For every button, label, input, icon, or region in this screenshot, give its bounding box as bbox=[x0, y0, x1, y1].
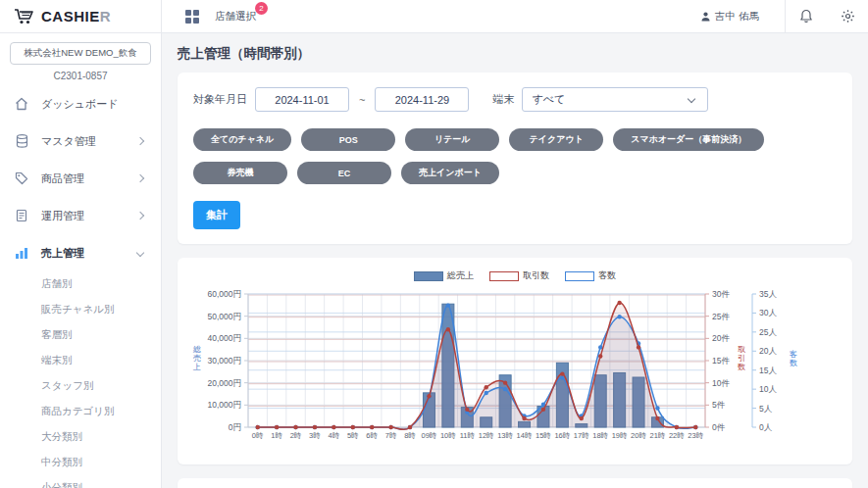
svg-text:13時: 13時 bbox=[497, 431, 513, 440]
home-icon bbox=[14, 97, 29, 111]
channel-button[interactable]: EC bbox=[297, 162, 391, 184]
svg-text:30,000円: 30,000円 bbox=[208, 356, 242, 366]
chevron-right-icon bbox=[136, 137, 144, 145]
sidebar-subitem[interactable]: 客層別 bbox=[0, 322, 161, 348]
store-select-label: 店舗選択 bbox=[215, 10, 256, 22]
sidebar-item-dashboard[interactable]: ダッシュボード bbox=[0, 85, 161, 122]
sidebar-item-products[interactable]: 商品管理 bbox=[0, 160, 161, 197]
legend-entry: 総売上 bbox=[414, 269, 474, 282]
topbar: 店舗選択 2 吉中 佑馬 bbox=[162, 0, 868, 33]
filter-panel: 対象年月日 ~ 端末 すべて 全てのチャネルPOSリテールテイクアウトスマホオー… bbox=[178, 73, 852, 244]
company-code: C2301-0857 bbox=[0, 71, 161, 81]
channel-filter-group: 全てのチャネルPOSリテールテイクアウトスマホオーダー（事前決済）券売機EC売上… bbox=[193, 128, 837, 184]
svg-text:7時: 7時 bbox=[385, 431, 397, 440]
svg-text:1時: 1時 bbox=[271, 431, 282, 440]
user-menu[interactable]: 吉中 佑馬 bbox=[701, 10, 785, 24]
svg-text:0件: 0件 bbox=[712, 422, 726, 432]
sidebar-nav: ダッシュボード マスタ管理 商品管理 運 bbox=[0, 85, 161, 488]
sidebar-item-master[interactable]: マスタ管理 bbox=[0, 122, 161, 160]
sidebar-subitem[interactable]: 店舗別 bbox=[0, 271, 161, 297]
app-root: CASHIER 株式会社NEW DEMO_飲食 C2301-0857 ダッシュボ… bbox=[0, 0, 868, 488]
channel-button[interactable]: 券売機 bbox=[193, 162, 287, 184]
svg-text:23時: 23時 bbox=[688, 431, 703, 440]
date-range-separator: ~ bbox=[359, 94, 365, 106]
svg-text:40,000円: 40,000円 bbox=[208, 333, 242, 343]
sidebar-item-sales[interactable]: 売上管理 bbox=[0, 234, 161, 271]
chevron-down-icon bbox=[688, 95, 695, 103]
svg-text:10人: 10人 bbox=[759, 384, 777, 394]
chart-legend: 総売上取引数客数 bbox=[185, 269, 844, 282]
chevron-down-icon bbox=[136, 249, 144, 257]
svg-text:20,000円: 20,000円 bbox=[208, 378, 242, 388]
main-content: 売上管理（時間帯別） 対象年月日 ~ 端末 すべて 全てのチャネルPOSリテール… bbox=[162, 33, 868, 488]
svg-text:20時: 20時 bbox=[631, 431, 646, 440]
legend-entry: 取引数 bbox=[489, 269, 549, 282]
channel-button[interactable]: テイクアウト bbox=[509, 128, 603, 151]
sidebar-subitem[interactable]: 大分類別 bbox=[0, 424, 161, 450]
svg-text:0円: 0円 bbox=[229, 422, 241, 432]
apps-grid-icon[interactable] bbox=[185, 10, 199, 24]
sidebar-item-label: 商品管理 bbox=[41, 171, 126, 186]
legend-swatch bbox=[489, 271, 519, 281]
settings-button[interactable] bbox=[827, 0, 868, 32]
user-name: 吉中 佑馬 bbox=[715, 10, 759, 24]
svg-text:12時: 12時 bbox=[479, 431, 494, 440]
user-icon bbox=[701, 12, 710, 22]
legend-swatch bbox=[565, 271, 594, 281]
notifications-button[interactable] bbox=[786, 0, 827, 32]
sidebar-item-label: 売上管理 bbox=[41, 246, 126, 261]
terminal-select-value: すべて bbox=[532, 92, 565, 107]
legend-label: 総売上 bbox=[447, 269, 474, 282]
svg-text:15件: 15件 bbox=[712, 356, 730, 366]
sidebar-subitem[interactable]: 販売チャネル別 bbox=[0, 297, 161, 322]
company-name-box: 株式会社NEW DEMO_飲食 bbox=[10, 42, 151, 65]
channel-button[interactable]: POS bbox=[301, 128, 395, 151]
chevron-right-icon bbox=[136, 212, 144, 220]
channel-button[interactable]: スマホオーダー（事前決済） bbox=[613, 128, 764, 151]
svg-text:15時: 15時 bbox=[536, 431, 551, 440]
document-icon bbox=[14, 209, 29, 222]
channel-button[interactable]: 売上インポート bbox=[401, 162, 499, 184]
svg-text:20人: 20人 bbox=[759, 346, 777, 356]
database-icon bbox=[14, 134, 29, 148]
svg-text:09時: 09時 bbox=[422, 431, 437, 440]
chart-panel: 総売上取引数客数 0円10,000円20,000円30,000円40,000円5… bbox=[178, 258, 852, 464]
date-range-label: 対象年月日 bbox=[193, 92, 247, 107]
aggregate-button[interactable]: 集計 bbox=[193, 201, 240, 229]
sidebar-subitem[interactable]: 商品カテゴリ別 bbox=[0, 399, 161, 424]
terminal-select[interactable]: すべて bbox=[522, 87, 708, 112]
sidebar-item-operations[interactable]: 運用管理 bbox=[0, 197, 161, 234]
svg-text:客数: 客数 bbox=[790, 350, 797, 367]
brand-logo: CASHIER bbox=[0, 0, 161, 33]
svg-text:15人: 15人 bbox=[759, 366, 777, 375]
svg-text:10,000円: 10,000円 bbox=[208, 400, 242, 410]
sidebar-item-label: 運用管理 bbox=[41, 209, 126, 223]
sidebar-subitem[interactable]: 端末別 bbox=[0, 348, 161, 373]
sidebar-subitem[interactable]: 中分類別 bbox=[0, 450, 161, 475]
sidebar: CASHIER 株式会社NEW DEMO_飲食 C2301-0857 ダッシュボ… bbox=[0, 0, 162, 488]
date-from-input[interactable] bbox=[255, 87, 349, 112]
channel-button[interactable]: 全てのチャネル bbox=[193, 128, 291, 151]
svg-text:10時: 10時 bbox=[440, 431, 456, 440]
totals-panel: 売上合計 bbox=[178, 478, 852, 488]
legend-swatch bbox=[414, 271, 443, 281]
gear-icon bbox=[841, 9, 855, 24]
date-to-input[interactable] bbox=[375, 87, 469, 112]
svg-text:17時: 17時 bbox=[574, 431, 589, 440]
store-select-button[interactable]: 店舗選択 2 bbox=[215, 10, 256, 24]
svg-text:総売上: 総売上 bbox=[192, 345, 201, 371]
sidebar-item-label: マスタ管理 bbox=[41, 134, 126, 149]
channel-button[interactable]: リテール bbox=[405, 128, 499, 151]
sidebar-subitem[interactable]: スタッフ別 bbox=[0, 373, 161, 399]
svg-text:8時: 8時 bbox=[404, 431, 416, 440]
bell-icon bbox=[799, 9, 813, 24]
bar-chart-icon bbox=[14, 247, 29, 260]
svg-text:30人: 30人 bbox=[759, 308, 777, 317]
svg-text:14時: 14時 bbox=[517, 431, 533, 440]
svg-text:取引数: 取引数 bbox=[738, 345, 745, 371]
svg-text:25人: 25人 bbox=[759, 327, 777, 337]
chevron-right-icon bbox=[136, 174, 144, 182]
svg-text:3時: 3時 bbox=[309, 431, 321, 440]
svg-text:21時: 21時 bbox=[650, 431, 666, 440]
sidebar-subitem[interactable]: 小分類別 bbox=[0, 475, 161, 488]
